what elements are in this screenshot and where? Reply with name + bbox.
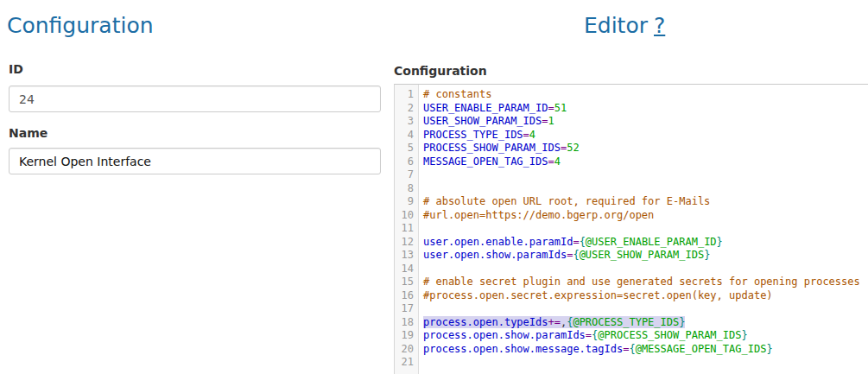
- line-number: 21: [395, 356, 420, 370]
- code-token: MESSAGE_OPEN_TAG_IDS: [423, 155, 548, 168]
- code-line[interactable]: 5PROCESS_SHOW_PARAM_IDS=52: [395, 142, 868, 155]
- code-token: # absolute open URL root, required for E…: [423, 195, 710, 207]
- code-editor[interactable]: 1# constants2USER_ENABLE_PARAM_ID=513USE…: [394, 84, 868, 374]
- line-number: 15: [395, 276, 420, 289]
- line-number: 12: [395, 236, 420, 250]
- code-token: {: [573, 249, 579, 261]
- editor-configuration-label: Configuration: [394, 64, 487, 78]
- code-token: {: [580, 236, 586, 248]
- code-token: # constants: [423, 88, 491, 100]
- code-token: 1: [548, 115, 554, 127]
- code-line[interactable]: 18process.open.typeIds+=,{@PROCESS_TYPE_…: [395, 316, 868, 330]
- line-number: 20: [395, 343, 420, 357]
- code-line[interactable]: 17: [395, 302, 868, 316]
- code-line[interactable]: 2USER_ENABLE_PARAM_ID=51: [395, 102, 868, 116]
- page-title-editor: Editor?: [584, 13, 665, 39]
- code-lines: 1# constants2USER_ENABLE_PARAM_ID=513USE…: [395, 88, 868, 370]
- code-line[interactable]: 20process.open.show.message.tagIds={@MES…: [395, 343, 868, 357]
- code-token: user.open.enable.paramId: [423, 236, 573, 248]
- line-number: 8: [395, 182, 420, 196]
- name-input[interactable]: [9, 148, 381, 174]
- code-line[interactable]: 9# absolute open URL root, required for …: [395, 195, 868, 209]
- help-link[interactable]: ?: [654, 13, 665, 38]
- code-line[interactable]: 8: [395, 182, 868, 196]
- code-line[interactable]: 15# enable secret plugin and use generat…: [395, 276, 868, 289]
- page-title-configuration: Configuration: [7, 13, 154, 39]
- line-number: 13: [395, 249, 420, 263]
- line-number: 10: [395, 209, 420, 223]
- code-line[interactable]: 10#url.open=https://demo.bgerp.org/open: [395, 209, 868, 223]
- line-number: 6: [395, 155, 420, 169]
- id-label: ID: [9, 62, 23, 76]
- code-token: +=: [548, 316, 561, 328]
- id-input[interactable]: [9, 86, 381, 112]
- selected-text: process.open.typeIds+=,{@PROCESS_TYPE_ID…: [423, 316, 685, 328]
- line-number: 16: [395, 289, 420, 303]
- code-line[interactable]: 3USER_SHOW_PARAM_IDS=1: [395, 115, 868, 129]
- code-token: }: [704, 249, 710, 261]
- code-token: =: [586, 329, 592, 341]
- code-token: process.open.typeIds: [423, 316, 548, 328]
- code-token: }: [766, 343, 772, 355]
- line-number: 9: [395, 195, 420, 209]
- code-token: =: [523, 129, 529, 141]
- name-label: Name: [9, 126, 48, 140]
- code-token: }: [741, 329, 747, 341]
- editor-title-text: Editor: [584, 13, 648, 38]
- line-number: 14: [395, 263, 420, 276]
- line-number: 2: [395, 102, 420, 116]
- code-token: process.open.show.message.tagIds: [423, 343, 623, 355]
- code-line[interactable]: 6MESSAGE_OPEN_TAG_IDS=4: [395, 155, 868, 169]
- line-number: 17: [395, 302, 420, 316]
- code-token: #url.open=https://demo.bgerp.org/open: [423, 209, 654, 221]
- code-token: #process.open.secret.expression=secret.o…: [423, 289, 773, 301]
- code-token: USER_ENABLE_PARAM_ID: [423, 102, 548, 114]
- code-line[interactable]: 1# constants: [395, 88, 868, 102]
- code-token: @USER_SHOW_PARAM_IDS: [580, 249, 705, 261]
- code-token: @MESSAGE_OPEN_TAG_IDS: [636, 343, 767, 355]
- line-number: 11: [395, 222, 420, 236]
- code-token: @PROCESS_TYPE_IDS: [573, 316, 679, 328]
- line-number: 19: [395, 329, 420, 343]
- line-number: 1: [395, 88, 420, 102]
- code-token: 51: [554, 102, 567, 114]
- code-line[interactable]: 11: [395, 222, 868, 236]
- line-number: 18: [395, 316, 420, 330]
- code-token: }: [717, 236, 723, 248]
- code-token: PROCESS_SHOW_PARAM_IDS: [423, 142, 561, 154]
- code-token: =: [548, 102, 554, 114]
- code-token: @USER_ENABLE_PARAM_ID: [586, 236, 717, 248]
- code-token: 52: [567, 142, 579, 154]
- code-token: PROCESS_TYPE_IDS: [423, 129, 523, 141]
- code-token: @PROCESS_SHOW_PARAM_IDS: [598, 329, 741, 341]
- code-token: 4: [554, 155, 561, 168]
- code-line[interactable]: 13user.open.show.paramIds={@USER_SHOW_PA…: [395, 249, 868, 263]
- code-line[interactable]: 16#process.open.secret.expression=secret…: [395, 289, 868, 303]
- code-token: # enable secret plugin and use generated…: [423, 276, 860, 288]
- code-token: }: [679, 316, 685, 328]
- line-number: 4: [395, 129, 420, 143]
- code-line[interactable]: 19process.open.show.paramIds={@PROCESS_S…: [395, 329, 868, 343]
- code-token: =: [548, 155, 554, 168]
- code-token: USER_SHOW_PARAM_IDS: [423, 115, 542, 127]
- code-line[interactable]: 7: [395, 168, 868, 182]
- code-token: 4: [529, 129, 535, 141]
- code-line[interactable]: 14: [395, 263, 868, 276]
- code-line[interactable]: 4PROCESS_TYPE_IDS=4: [395, 129, 868, 143]
- line-number: 7: [395, 168, 420, 182]
- code-token: process.open.show.paramIds: [423, 329, 586, 341]
- line-number: 3: [395, 115, 420, 129]
- code-token: user.open.show.paramIds: [423, 249, 567, 261]
- code-line[interactable]: 21: [395, 356, 868, 370]
- line-number: 5: [395, 142, 420, 155]
- code-token: =: [573, 236, 579, 248]
- code-token: {: [629, 343, 635, 355]
- code-line[interactable]: 12user.open.enable.paramId={@USER_ENABLE…: [395, 236, 868, 250]
- code-token: =: [542, 115, 548, 127]
